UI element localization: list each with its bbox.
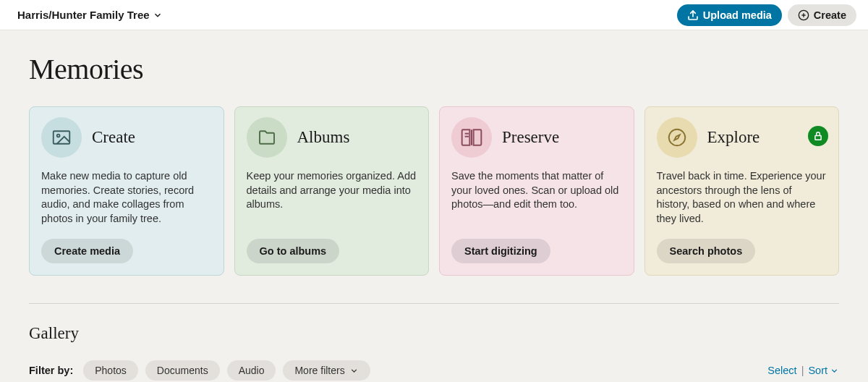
card-title: Explore: [707, 128, 760, 147]
upload-media-button[interactable]: Upload media: [677, 4, 782, 26]
gallery-section: Gallery Filter by: Photos Documents Audi…: [29, 324, 839, 381]
card-title: Albums: [297, 128, 350, 147]
card-head: Explore: [657, 117, 827, 158]
filter-group: Filter by: Photos Documents Audio More f…: [29, 360, 370, 381]
search-photos-button[interactable]: Search photos: [657, 239, 756, 263]
svg-rect-4: [54, 131, 70, 144]
filter-chip-more[interactable]: More filters: [283, 360, 370, 381]
card-title: Create: [92, 128, 135, 147]
filter-label: Filter by:: [29, 365, 73, 376]
start-digitizing-button[interactable]: Start digitizing: [451, 239, 550, 263]
upload-icon: [687, 9, 699, 21]
plus-circle-icon: [798, 9, 809, 21]
divider: [29, 303, 839, 304]
gallery-bar: Filter by: Photos Documents Audio More f…: [29, 360, 839, 381]
chevron-down-icon: [153, 10, 163, 20]
card-icon-wrap: [247, 117, 287, 158]
card-head: Preserve: [451, 117, 622, 158]
lock-icon: [813, 131, 823, 141]
more-filters-label: More filters: [294, 365, 344, 376]
create-media-button[interactable]: Create media: [41, 239, 133, 263]
filter-chip-photos[interactable]: Photos: [83, 360, 138, 381]
card-icon-wrap: [451, 117, 492, 158]
card-title: Preserve: [502, 128, 559, 147]
card-desc: Save the moments that matter of your lov…: [451, 169, 622, 226]
compass-icon: [666, 127, 688, 148]
separator: |: [801, 365, 804, 376]
card-preserve: Preserve Save the moments that matter of…: [439, 106, 634, 276]
card-desc: Keep your memories organized. Add detail…: [247, 169, 417, 226]
chevron-down-icon: [830, 366, 839, 375]
filter-chip-audio[interactable]: Audio: [227, 360, 276, 381]
upload-media-label: Upload media: [703, 9, 772, 21]
card-icon-wrap: [41, 117, 82, 158]
svg-marker-11: [674, 135, 680, 140]
sort-link[interactable]: Sort: [808, 365, 839, 376]
create-label: Create: [814, 9, 846, 21]
topbar-actions: Upload media Create: [677, 4, 856, 26]
card-desc: Travel back in time. Experience your anc…: [657, 169, 827, 226]
content: Memories Create Make new media to captur…: [0, 30, 868, 381]
sort-label: Sort: [808, 365, 827, 376]
card-explore: Explore Travel back in time. Experience …: [644, 106, 840, 276]
lock-badge: [808, 126, 828, 146]
folder-icon: [256, 127, 278, 148]
image-icon: [51, 127, 72, 148]
top-bar: Harris/Hunter Family Tree Upload media C…: [0, 0, 868, 30]
svg-rect-9: [815, 135, 821, 140]
gallery-title: Gallery: [29, 324, 839, 343]
card-albums: Albums Keep your memories organized. Add…: [234, 106, 430, 276]
sort-group: Select | Sort: [767, 365, 839, 376]
go-to-albums-button[interactable]: Go to albums: [247, 239, 340, 263]
svg-point-5: [57, 135, 60, 137]
card-icon-wrap: [657, 117, 697, 158]
page-title: Memories: [29, 52, 839, 86]
tree-name: Harris/Hunter Family Tree: [17, 9, 150, 21]
card-desc: Make new media to capture old memories. …: [41, 169, 212, 226]
create-button[interactable]: Create: [788, 4, 856, 26]
card-head: Albums: [247, 117, 417, 158]
svg-point-10: [668, 130, 685, 146]
book-open-icon: [460, 126, 483, 149]
cards-row: Create Make new media to capture old mem…: [29, 106, 839, 276]
tree-selector[interactable]: Harris/Hunter Family Tree: [17, 9, 163, 21]
filter-chip-documents[interactable]: Documents: [145, 360, 220, 381]
select-link[interactable]: Select: [767, 365, 796, 376]
chevron-down-icon: [349, 366, 359, 375]
card-create: Create Make new media to capture old mem…: [29, 106, 224, 276]
card-head: Create: [41, 117, 212, 158]
